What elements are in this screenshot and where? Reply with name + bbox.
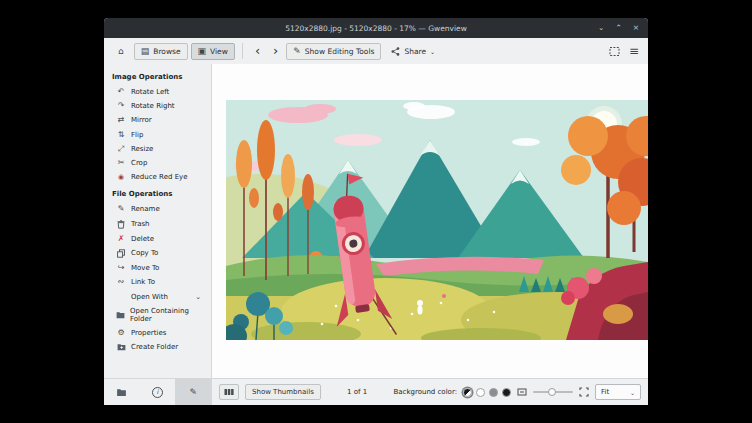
titlebar[interactable]: 5120x2880.jpg - 5120x2880 - 17% — Gwenvi… — [104, 18, 648, 38]
thumbnail-bar-toggle[interactable] — [219, 384, 239, 400]
tab-folders[interactable] — [104, 379, 140, 405]
item-label: Reduce Red Eye — [131, 173, 188, 181]
item-label: Open With — [131, 293, 168, 301]
item-label: Copy To — [131, 249, 158, 257]
browse-label: Browse — [153, 47, 180, 56]
close-button[interactable]: × — [633, 18, 639, 38]
sidebar-item-open-with[interactable]: Open With ⌄ — [104, 289, 211, 303]
forward-button[interactable]: › — [268, 40, 283, 62]
item-label: Rotate Left — [131, 88, 169, 96]
sidebar-item-delete[interactable]: ✗ Delete — [104, 232, 211, 246]
item-label: Rotate Right — [131, 102, 175, 110]
share-label: Share — [404, 47, 426, 56]
item-label: Move To — [131, 264, 159, 272]
image-viewport[interactable] — [212, 64, 648, 379]
link-icon: ∾ — [116, 278, 126, 286]
sidebar-item-copy-to[interactable]: Copy To — [104, 246, 211, 261]
zoom-actual-size-icon[interactable] — [579, 387, 589, 397]
view-label: View — [210, 47, 228, 56]
window-title: 5120x2880.jpg - 5120x2880 - 17% — Gwenvi… — [104, 24, 648, 33]
operations-sidebar: Image Operations ↶ Rotate Left ↷ Rotate … — [104, 64, 212, 379]
maximize-button[interactable]: ⌃ — [615, 18, 621, 38]
sidebar-item-rotate-right[interactable]: ↷ Rotate Right — [104, 99, 211, 113]
item-label: Open Containing Folder — [130, 307, 205, 323]
swatch-auto[interactable] — [463, 388, 472, 397]
chevron-down-icon: ⌄ — [195, 293, 205, 301]
move-icon: ↪ — [116, 264, 126, 272]
sidebar-item-move-to[interactable]: ↪ Move To — [104, 261, 211, 275]
file-operations-header: File Operations — [104, 184, 211, 202]
browse-icon: ▤ — [141, 47, 150, 55]
sidebar-item-flip[interactable]: ⇅ Flip — [104, 128, 211, 142]
item-label: Crop — [131, 159, 147, 167]
selection-icon[interactable] — [609, 46, 620, 57]
image-operations-header: Image Operations — [104, 67, 211, 85]
show-thumbnails-button[interactable]: Show Thumbnails — [245, 384, 321, 400]
home-button[interactable]: ⌂ — [111, 43, 131, 59]
folder-open-icon — [116, 311, 125, 319]
share-button[interactable]: Share ⌄ — [384, 43, 442, 60]
rotate-left-icon: ↶ — [116, 88, 126, 96]
sidebar-item-trash[interactable]: Trash — [104, 217, 211, 232]
sidebar-item-rename[interactable]: ✎ Rename — [104, 202, 211, 216]
folder-new-icon — [116, 343, 126, 351]
show-editing-tools-label: Show Editing Tools — [305, 47, 375, 56]
share-icon — [391, 47, 400, 56]
show-editing-tools-button[interactable]: ✎ Show Editing Tools — [286, 43, 381, 60]
item-label: Flip — [131, 131, 143, 139]
sidebar-item-properties[interactable]: ⚙ Properties — [104, 326, 211, 340]
resize-icon: ⤢ — [116, 145, 126, 153]
rename-icon: ✎ — [116, 205, 126, 213]
chevron-down-icon: ⌄ — [630, 389, 635, 396]
properties-icon: ⚙ — [116, 329, 126, 337]
gwenview-window: 5120x2880.jpg - 5120x2880 - 17% — Gwenvi… — [104, 18, 648, 405]
copy-icon — [116, 249, 126, 258]
sidebar-item-crop[interactable]: ✂ Crop — [104, 156, 211, 170]
swatch-gray[interactable] — [489, 388, 498, 397]
item-label: Link To — [131, 278, 155, 286]
thumbnail-bar-icon — [224, 388, 234, 396]
back-button[interactable]: ‹ — [250, 40, 265, 62]
pencil-icon: ✎ — [189, 387, 197, 397]
tab-operations[interactable]: ✎ — [175, 379, 211, 405]
background-color-label: Background color: — [394, 388, 457, 396]
item-label: Mirror — [131, 116, 152, 124]
swatch-black[interactable] — [502, 388, 511, 397]
sidebar-item-resize[interactable]: ⤢ Resize — [104, 142, 211, 156]
sidebar-item-create-folder[interactable]: Create Folder — [104, 340, 211, 354]
flip-icon: ⇅ — [116, 131, 126, 139]
image-counter: 1 of 1 — [347, 388, 367, 396]
minimize-button[interactable]: ⌄ — [598, 18, 604, 38]
info-icon: i — [152, 387, 163, 398]
view-icon: ▣ — [198, 47, 207, 55]
crop-icon: ✂ — [116, 159, 126, 167]
sidebar-item-link-to[interactable]: ∾ Link To — [104, 275, 211, 289]
hamburger-menu-button[interactable]: ≡ — [629, 44, 639, 58]
main-toolbar: ⌂ ▤ Browse ▣ View ‹ › ✎ Show Editing Too… — [104, 38, 648, 65]
tab-information[interactable]: i — [140, 379, 176, 405]
view-mode-button[interactable]: ▣ View — [191, 43, 235, 60]
zoom-mode-select[interactable]: Fit ⌄ — [595, 384, 641, 400]
swatch-white[interactable] — [476, 388, 485, 397]
item-label: Create Folder — [131, 343, 178, 351]
edit-tools-icon: ✎ — [293, 47, 301, 55]
zoom-mode-value: Fit — [601, 388, 609, 396]
item-label: Rename — [131, 205, 160, 213]
folder-icon — [116, 388, 127, 397]
zoom-slider-knob[interactable] — [548, 388, 556, 396]
item-label: Properties — [131, 329, 166, 337]
sidebar-item-open-containing-folder[interactable]: Open Containing Folder — [104, 304, 211, 326]
bottom-bar: i ✎ Show Thumbnails 1 o — [104, 378, 648, 405]
mirror-icon: ⇄ — [116, 116, 126, 124]
sidebar-item-mirror[interactable]: ⇄ Mirror — [104, 113, 211, 127]
sidebar-item-rotate-left[interactable]: ↶ Rotate Left — [104, 85, 211, 99]
desktop-background: 5120x2880.jpg - 5120x2880 - 17% — Gwenvi… — [0, 0, 752, 423]
trash-icon — [116, 220, 126, 229]
share-chevron-icon: ⌄ — [430, 48, 435, 55]
red-eye-icon: ◉ — [116, 173, 126, 181]
sidebar-item-reduce-red-eye[interactable]: ◉ Reduce Red Eye — [104, 170, 211, 184]
zoom-slider[interactable] — [533, 387, 573, 397]
item-label: Resize — [131, 145, 153, 153]
zoom-fit-icon[interactable] — [517, 387, 527, 397]
browse-mode-button[interactable]: ▤ Browse — [134, 43, 188, 60]
